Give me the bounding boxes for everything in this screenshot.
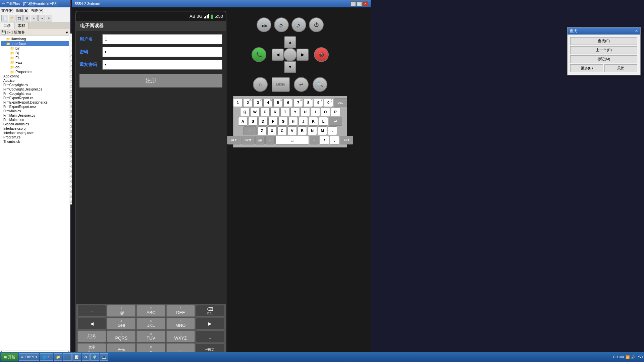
win-close[interactable]: ✕	[363, 1, 368, 6]
find-button[interactable]: 查找(F)	[570, 37, 637, 45]
kb-next[interactable]: ▶	[196, 318, 224, 329]
q-key-del[interactable]: DEL	[334, 98, 347, 107]
q-key-6[interactable]: ^6	[283, 98, 293, 107]
file-frmmain[interactable]: FrmMain.cs	[1, 109, 69, 113]
q-key-a[interactable]: A	[238, 117, 248, 126]
search-button[interactable]: 🔍	[313, 77, 327, 92]
q-key-4[interactable]: $4	[263, 98, 273, 107]
file-appico[interactable]: App.ico	[1, 78, 69, 83]
file-globalparams[interactable]: GlobalParams.cs	[1, 122, 69, 126]
q-key-j[interactable]: J	[299, 117, 308, 126]
folder-bj[interactable]: 📁 Bj	[1, 51, 69, 55]
q-key-n[interactable]: N	[308, 126, 317, 135]
q-key-w[interactable]: W	[250, 108, 260, 116]
kb-2[interactable]: 2ABC	[137, 305, 165, 317]
taskbar-editplus[interactable]: ✏ EditPlus	[19, 353, 39, 361]
q-key-t[interactable]: T	[280, 108, 290, 116]
file-frmcopydesigner[interactable]: FrmCopyright.Designer.cs	[1, 87, 69, 92]
q-key-slash[interactable]: /	[320, 136, 329, 144]
q-key-at[interactable]: @	[255, 136, 265, 144]
taskbar-ie[interactable]: 🌐 IE	[40, 353, 53, 361]
q-key-d[interactable]: D	[258, 117, 268, 126]
file-interface-csproj[interactable]: Interface.csproj	[1, 126, 69, 131]
q-key-v[interactable]: V	[287, 126, 297, 135]
dpad-down[interactable]: ▼	[284, 61, 296, 73]
dpad-up[interactable]: ▲	[284, 36, 296, 48]
folder-obj[interactable]: 📁 obj	[1, 65, 69, 69]
taskbar-notepad[interactable]: 📝	[72, 353, 81, 361]
dpad-left[interactable]: ◀	[272, 49, 284, 61]
q-key-1[interactable]: 1	[233, 98, 243, 107]
q-key-o[interactable]: O	[321, 108, 330, 116]
file-thumbs[interactable]: Thumbs.db	[1, 139, 69, 144]
toolbar-print[interactable]: 🖨	[23, 15, 30, 21]
kb-6[interactable]: 6MNO	[166, 318, 195, 329]
folder-bin[interactable]: 📁 bin	[1, 46, 69, 51]
dpad-center[interactable]	[283, 48, 297, 61]
file-appconfig[interactable]: App.config	[1, 74, 69, 78]
q-key-3[interactable]: #3	[253, 98, 263, 107]
taskbar-media[interactable]: 🎵	[63, 353, 72, 361]
q-key-shift[interactable]: ↑	[243, 126, 257, 135]
q-key-arrow-right[interactable]: →	[310, 136, 319, 144]
q-key-m[interactable]: M	[318, 126, 327, 135]
menu-file[interactable]: 文件(F)	[1, 8, 13, 13]
q-key-space[interactable]: ⎵	[275, 136, 309, 144]
kb-5[interactable]: 5JKL	[137, 318, 165, 329]
q-key-p[interactable]: P	[331, 108, 340, 116]
kb-4[interactable]: 4GHI	[107, 318, 136, 329]
find-close-button[interactable]: 关闭	[604, 64, 637, 72]
q-key-b[interactable]: B	[298, 126, 307, 135]
kb-kigo[interactable]: 記号	[77, 330, 106, 342]
q-key-5[interactable]: %5	[273, 98, 283, 107]
kb-9[interactable]: 9WXYZ	[166, 330, 195, 342]
taskbar-dev[interactable]: 💻	[100, 353, 108, 361]
q-key-e[interactable]: E	[260, 108, 270, 116]
q-key-z[interactable]: Z	[257, 126, 267, 135]
tab-materials[interactable]: 素材	[14, 22, 29, 29]
q-key-x[interactable]: X	[267, 126, 277, 135]
find-dialog-close-icon[interactable]: ✕	[635, 29, 638, 33]
start-button[interactable]: ⊞ 开始	[1, 353, 18, 361]
q-key-2[interactable]: @2	[243, 98, 253, 107]
confirm-input[interactable]	[102, 60, 222, 70]
tab-directory[interactable]: 目录	[0, 22, 14, 29]
vol-up-button[interactable]: 🔊	[291, 17, 306, 32]
folder-interface[interactable]: 📁 Interface	[1, 41, 69, 46]
q-key-comma[interactable]: ,	[330, 136, 339, 144]
folder-fwz[interactable]: 📁 Fwz	[1, 60, 69, 65]
toolbar-undo[interactable]: ↩	[31, 15, 38, 21]
q-key-l[interactable]: L	[319, 117, 328, 126]
toolbar-open[interactable]: 📂	[9, 15, 15, 21]
q-key-sym[interactable]: SYM	[241, 136, 255, 144]
password-input[interactable]	[102, 47, 222, 57]
kb-del[interactable]: ⌫DEL	[196, 305, 224, 317]
toolbar-cut[interactable]: ✂	[46, 15, 52, 21]
q-key-k[interactable]: K	[309, 117, 318, 126]
folder-properties[interactable]: 📁 Properties	[1, 69, 69, 74]
q-key-alt-right[interactable]: ALT	[340, 136, 353, 144]
kb-1[interactable]: 1.@	[107, 305, 136, 317]
q-key-alt-left[interactable]: ALT	[227, 136, 240, 144]
q-key-7[interactable]: &7	[293, 98, 303, 107]
q-key-enter[interactable]: ↵	[329, 117, 342, 126]
taskbar-files[interactable]: 📁	[54, 353, 62, 361]
end-call-button[interactable]: 📵	[314, 47, 329, 62]
file-frmexportresx[interactable]: FrmExportReport.resx	[1, 105, 69, 109]
username-input[interactable]	[102, 34, 222, 44]
find-more-button[interactable]: 更多(E)	[570, 64, 603, 72]
file-program[interactable]: Program.cs	[1, 135, 69, 139]
kb-3[interactable]: 3DEF	[166, 305, 195, 317]
file-frmmaindesigner[interactable]: FrmMain.Designer.cs	[1, 113, 69, 118]
menu-view[interactable]: 视图(V)	[31, 8, 44, 13]
q-key-0[interactable]: )0	[324, 98, 333, 107]
toolbar-save[interactable]: 💾	[16, 15, 23, 21]
kb-7[interactable]: 7PQRS	[107, 330, 136, 342]
vol-down-button[interactable]: 🔉	[274, 17, 289, 32]
taskbar-settings[interactable]: ⚙	[82, 353, 90, 361]
kb-prev[interactable]: ◀	[77, 318, 106, 329]
win-maximize[interactable]: □	[357, 1, 362, 6]
call-button[interactable]: 📞	[252, 47, 266, 62]
folder-fk[interactable]: 📁 Fk	[1, 55, 69, 60]
power-button[interactable]: ⏻	[309, 17, 324, 32]
